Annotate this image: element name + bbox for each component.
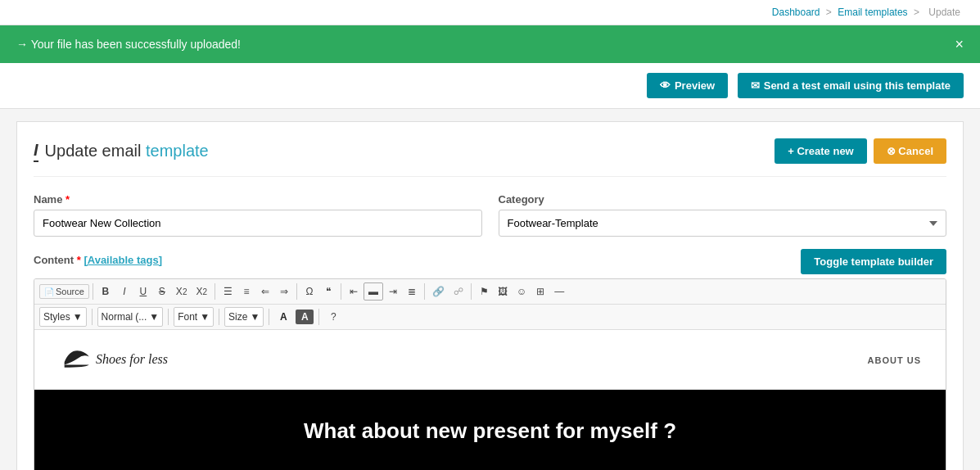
font-select[interactable]: Font ▼ (174, 307, 214, 327)
breadcrumb-dashboard[interactable]: Dashboard (772, 7, 820, 18)
hr-button[interactable]: — (550, 283, 568, 300)
format-select[interactable]: Normal (... ▼ (97, 307, 164, 327)
preview-icon: 👁 (660, 79, 671, 92)
toolbar-sep-2 (215, 283, 215, 300)
font-color-button[interactable]: A (274, 309, 292, 325)
toolbar-sep-r2-3 (219, 309, 219, 325)
unlink-button[interactable]: ☍ (449, 283, 467, 300)
toolbar-sep-r2-4 (269, 309, 269, 325)
about-us-link[interactable]: ABOUT US (868, 354, 921, 366)
available-tags-link[interactable]: [Available tags] (84, 254, 162, 266)
styles-select[interactable]: Styles ▼ (39, 307, 87, 327)
send-test-email-button[interactable]: ✉ Send a test email using this template (738, 73, 964, 98)
size-label: Size (228, 311, 247, 323)
align-left-button[interactable]: ⇤ (345, 283, 363, 300)
banner-close-button[interactable]: × (955, 37, 964, 52)
logo-area: Shoes for less (59, 342, 168, 377)
category-label: Category (499, 193, 947, 206)
editor-wrapper: 📄 Source B I U S X2 X2 ☰ ≡ ⇐ ⇒ Ω ❝ ⇤ ▬ ⇥… (34, 278, 946, 470)
help-button[interactable]: ? (324, 309, 342, 325)
title-text: Update email template (45, 142, 209, 160)
category-group: Category Footwear-Template (499, 193, 947, 237)
hero-text: What about new present for myself ? (51, 418, 929, 444)
bg-color-button[interactable]: A (296, 310, 314, 324)
cancel-button[interactable]: ⊗ Cancel (874, 138, 946, 164)
main-content: I Update email template + Create new ⊗ C… (16, 121, 964, 470)
superscript-button[interactable]: X2 (192, 283, 211, 300)
header-actions: + Create new ⊗ Cancel (775, 138, 946, 164)
unordered-list-button[interactable]: ≡ (237, 283, 255, 300)
editor-toolbar-row2: Styles ▼ Normal (... ▼ Font ▼ Size ▼ A A (34, 305, 946, 330)
send-test-label: Send a test email using this template (764, 79, 951, 92)
omega-button[interactable]: Ω (300, 283, 318, 300)
breadcrumb-current: Update (928, 7, 960, 18)
name-group: Name * (34, 193, 482, 237)
strikethrough-button[interactable]: S (153, 283, 171, 300)
toggle-template-builder-button[interactable]: Toggle template builder (801, 249, 946, 274)
outdent-button[interactable]: ⇐ (256, 283, 274, 300)
italic-button[interactable]: I (115, 283, 133, 300)
editor-body[interactable]: Shoes for less ABOUT US What about new p… (34, 330, 946, 470)
email-preview: Shoes for less ABOUT US What about new p… (34, 330, 946, 470)
form-row: Name * Category Footwear-Template (34, 193, 946, 237)
format-label: Normal (102, 311, 133, 323)
ordered-list-button[interactable]: ☰ (219, 283, 237, 300)
page-title: I Update email template (34, 141, 209, 162)
size-select[interactable]: Size ▼ (224, 307, 264, 327)
toolbar-sep-r2-2 (168, 309, 169, 325)
toolbar-sep-6 (471, 283, 472, 300)
align-right-button[interactable]: ⇥ (384, 283, 402, 300)
page-header: I Update email template + Create new ⊗ C… (34, 138, 946, 177)
source-button[interactable]: 📄 Source (39, 284, 89, 299)
email-hero: What about new present for myself ? (34, 390, 946, 470)
breadcrumb-sep2: > (914, 7, 919, 18)
title-highlight: template (146, 142, 209, 160)
indent-button[interactable]: ⇒ (275, 283, 293, 300)
bold-button[interactable]: B (97, 283, 115, 300)
title-icon: I (34, 141, 38, 162)
send-icon: ✉ (751, 79, 760, 92)
category-select[interactable]: Footwear-Template (499, 210, 947, 237)
image-button[interactable]: 🖼 (494, 283, 512, 300)
banner-message: → Your file has been successfully upload… (16, 38, 241, 51)
smiley-button[interactable]: ☺ (513, 283, 531, 300)
content-label: Content * [Available tags] (34, 254, 162, 266)
toolbar-sep-r2-5 (318, 309, 319, 325)
toolbar-sep-1 (93, 283, 93, 300)
flag-button[interactable]: ⚑ (475, 283, 493, 300)
breadcrumb: Dashboard > Email templates > Update (0, 0, 980, 25)
toolbar-sep-3 (296, 283, 297, 300)
breadcrumb-sep1: > (826, 7, 832, 18)
link-button[interactable]: 🔗 (428, 283, 449, 300)
toolbar-sep-4 (341, 283, 341, 300)
blockquote-button[interactable]: ❝ (319, 283, 337, 300)
justify-button[interactable]: ≣ (403, 283, 421, 300)
preview-label: Preview (675, 79, 715, 92)
breadcrumb-email-templates[interactable]: Email templates (838, 7, 907, 18)
name-input[interactable] (34, 210, 482, 237)
editor-toolbar-row1: 📄 Source B I U S X2 X2 ☰ ≡ ⇐ ⇒ Ω ❝ ⇤ ▬ ⇥… (34, 279, 946, 305)
toolbar-sep-r2-1 (92, 309, 93, 325)
align-center-button[interactable]: ▬ (364, 282, 383, 301)
logo-icon (59, 342, 92, 377)
create-new-button[interactable]: + Create new (775, 138, 867, 164)
underline-button[interactable]: U (134, 283, 152, 300)
toolbar-sep-5 (424, 283, 425, 300)
success-banner: → Your file has been successfully upload… (0, 25, 980, 63)
table-button[interactable]: ⊞ (531, 283, 549, 300)
name-label: Name * (34, 193, 482, 206)
content-header: Content * [Available tags] Toggle templa… (34, 249, 946, 274)
preview-button[interactable]: 👁 Preview (647, 73, 728, 98)
email-header-bar: Shoes for less ABOUT US (34, 330, 946, 390)
logo-text: Shoes for less (96, 352, 168, 367)
subscript-button[interactable]: X2 (172, 283, 192, 300)
action-bar: 👁 Preview ✉ Send a test email using this… (0, 63, 980, 109)
font-label: Font (178, 311, 197, 323)
